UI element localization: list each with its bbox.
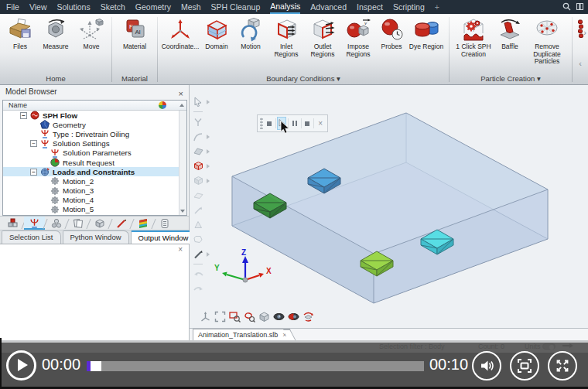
collapse-icon[interactable]: − — [30, 169, 37, 176]
polygon-tool-button[interactable] — [191, 232, 205, 247]
sheet-tool-button[interactable] — [191, 188, 205, 203]
pause-button[interactable] — [290, 117, 299, 130]
tree-scroll-down-icon[interactable] — [180, 210, 185, 213]
material-button[interactable]: Fe Al Material — [115, 14, 154, 71]
zoom-lasso-icon[interactable] — [244, 311, 255, 322]
menu-geometry[interactable]: Geometry — [135, 1, 171, 13]
stop-button[interactable] — [303, 117, 313, 130]
graphics-viewport[interactable]: Z Y X — [190, 85, 588, 328]
tab-selection-list[interactable]: Selection List — [2, 230, 61, 244]
triangle-tool-button[interactable] — [191, 217, 205, 232]
ribbon-scroll-right[interactable]: › — [583, 28, 586, 37]
group-label-boundary-conditions[interactable]: Boundary Conditions ▾ — [158, 74, 449, 83]
collapse-icon[interactable]: − — [20, 112, 27, 119]
tab-python-window[interactable]: Python Window — [63, 230, 129, 244]
tab-assembly[interactable] — [46, 217, 67, 230]
body-tool-button[interactable] — [191, 159, 205, 173]
menu-mesh[interactable]: Mesh — [181, 1, 201, 13]
edge-tool-button[interactable] — [191, 129, 205, 144]
fullscreen-button[interactable] — [548, 351, 577, 380]
tree-item-geometry[interactable]: Geometry — [3, 120, 186, 129]
select-cursor-button[interactable] — [191, 94, 205, 109]
iso-view-icon[interactable] — [258, 311, 270, 322]
hide-entities-icon[interactable] — [288, 311, 299, 322]
tree-scroll-up-icon[interactable] — [179, 104, 184, 107]
menu-scripting[interactable]: Scripting — [393, 1, 425, 13]
tab-results-color[interactable] — [132, 217, 153, 230]
tree-item-motion-3[interactable]: Motion_3 — [3, 186, 186, 196]
color-wheel-icon[interactable] — [159, 101, 166, 109]
model-browser-close-icon[interactable]: × — [179, 87, 183, 101]
tree-item-type[interactable]: Type : Drivetrain Oiling — [3, 129, 186, 138]
tab-model-cubes[interactable] — [2, 217, 23, 230]
triad-toggle-icon[interactable] — [200, 311, 211, 322]
menu-sketch[interactable]: Sketch — [101, 1, 125, 13]
tab-documents[interactable] — [67, 217, 88, 230]
coordinate-button[interactable]: Coordinate... — [161, 14, 200, 71]
group-label-particle-creation[interactable]: Particle Creation ▾ — [450, 74, 572, 83]
measure-button[interactable]: Measure — [37, 14, 74, 71]
tree-item-motion-4[interactable]: Motion_4 — [3, 196, 186, 205]
tab-annotate[interactable] — [111, 217, 132, 230]
outlet-regions-button[interactable]: Outlet Regions — [305, 14, 340, 71]
tab-body[interactable] — [89, 217, 110, 230]
vertex-tool-button[interactable] — [191, 114, 205, 129]
menu-solutions[interactable]: Solutions — [57, 1, 91, 13]
section-view-icon[interactable] — [303, 311, 314, 322]
tab-script[interactable] — [154, 217, 175, 230]
help-book-icon[interactable] — [576, 2, 584, 11]
tree-item-solution-settings[interactable]: − Solution Settings — [3, 139, 186, 148]
search-icon[interactable] — [562, 2, 571, 11]
one-click-sph-button[interactable]: 1 Click SPH Creation — [453, 14, 494, 71]
theater-mode-button[interactable] — [510, 351, 539, 380]
tree-item-result-request[interactable]: Result Request — [3, 158, 186, 167]
bodies-tool-button[interactable] — [191, 173, 205, 188]
redo-button[interactable] — [191, 282, 205, 296]
menu-analysis[interactable]: Analysis — [270, 0, 300, 14]
pen-tool-button[interactable] — [191, 247, 205, 261]
probes-button[interactable]: Probes — [376, 14, 407, 71]
record-button[interactable] — [265, 117, 274, 130]
tab-output-window[interactable]: Output Window — [131, 230, 197, 244]
files-button[interactable]: Files — [3, 14, 37, 71]
seek-handle[interactable] — [91, 361, 101, 371]
tree-item-solution-parameters[interactable]: Solution Parameters — [3, 148, 186, 158]
zoom-window-icon[interactable] — [229, 311, 241, 322]
measure-arrow-button[interactable] — [191, 203, 205, 217]
ribbon-scroll-left[interactable]: ‹ — [579, 59, 582, 68]
tree-item-motion-5[interactable]: Motion_5 — [3, 205, 186, 214]
impose-regions-button[interactable]: v Impose Regions — [340, 14, 376, 71]
tree-scrollbar[interactable] — [179, 111, 186, 215]
domain-button[interactable]: Domain — [200, 14, 234, 71]
show-entities-icon[interactable] — [273, 311, 285, 322]
tree-item-motion-2[interactable]: Motion_2 — [3, 176, 186, 186]
name-column-header[interactable]: Name — [9, 101, 27, 109]
menu-view[interactable]: View — [29, 1, 47, 13]
menu-inspect[interactable]: Inspect — [357, 1, 383, 13]
inlet-regions-button[interactable]: Inlet Regions — [268, 14, 305, 71]
dye-region-button[interactable]: Dye Region — [407, 14, 446, 71]
baffle-button[interactable]: Baffle — [494, 14, 525, 71]
tab-solution[interactable] — [24, 217, 45, 230]
motion-button[interactable]: Motion — [234, 14, 268, 71]
tree-item-loads-and-constraints[interactable]: − Loads and Constraints — [3, 167, 186, 176]
remove-duplicate-particles-button[interactable]: Remove Duplicate Particles — [525, 14, 569, 71]
menu-sph-cleanup[interactable]: SPH Cleanup — [211, 1, 261, 13]
menu-advanced[interactable]: Advanced — [310, 1, 347, 13]
undo-button[interactable] — [191, 267, 205, 282]
animation-control-toolbar[interactable]: × — [257, 114, 328, 132]
move-button[interactable]: Move — [74, 14, 108, 71]
volume-button[interactable] — [472, 351, 501, 380]
menu-file[interactable]: File — [6, 1, 19, 13]
face-tool-button[interactable] — [191, 144, 205, 159]
fit-view-icon[interactable] — [214, 311, 226, 322]
tree-item-sph-flow[interactable]: − SPH Flow — [3, 111, 186, 120]
play-button[interactable] — [6, 350, 36, 380]
seek-bar[interactable] — [87, 361, 424, 371]
output-close-icon[interactable]: × — [178, 245, 183, 254]
toolbar-drag-handle[interactable] — [260, 118, 263, 129]
toolbar-close-button[interactable]: × — [316, 117, 325, 130]
collapse-icon[interactable]: − — [30, 140, 37, 147]
output-window-pane[interactable]: × — [0, 244, 189, 340]
clipped-ribbon-button[interactable] — [576, 14, 588, 71]
